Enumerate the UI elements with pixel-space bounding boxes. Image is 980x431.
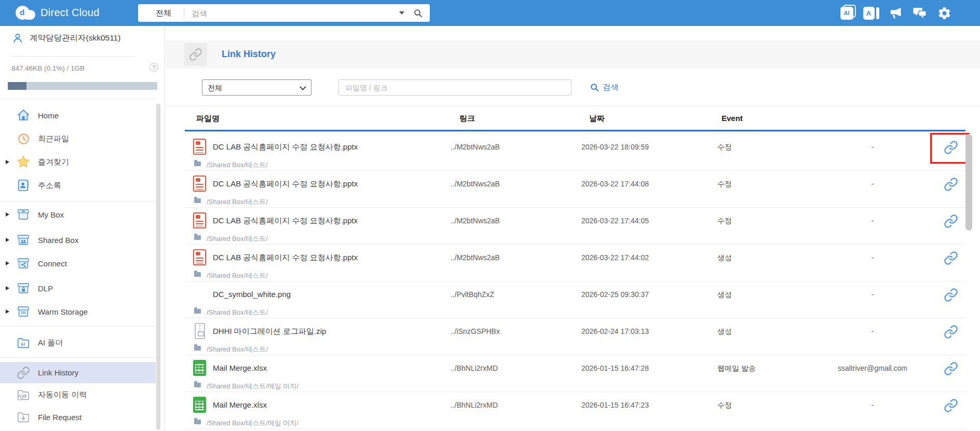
user-profile[interactable]: 계약담당관리자(skk0511) — [11, 32, 120, 44]
file-type-icon — [193, 397, 206, 413]
sidebar-item-label: AI 폴더 — [38, 338, 63, 348]
sidebar-item-ai-folder[interactable]: AI AI 폴더 — [0, 332, 156, 353]
table-scrollbar[interactable] — [965, 134, 972, 231]
link-history-row[interactable]: DHHI 마이그레이션 로그파일.zip ../iSnzGSPHBx 2026-… — [185, 318, 965, 355]
link-history-row[interactable]: DC LAB 공식홈페이지 수정 요청사항.pptx ../M2btNws2aB… — [185, 134, 965, 171]
translate-icon[interactable]: A — [863, 5, 879, 21]
my-box-icon — [16, 207, 31, 222]
help-icon[interactable]: ? — [149, 63, 158, 72]
megaphone-icon[interactable] — [888, 5, 903, 21]
expand-arrow-icon[interactable] — [6, 212, 9, 217]
link-icon[interactable] — [944, 251, 959, 266]
chevron-down-icon[interactable] — [399, 11, 404, 15]
search-button[interactable]: 검색 — [590, 82, 619, 93]
sidebar-item-warm-storage[interactable]: Warm Storage — [0, 301, 156, 322]
home-icon — [16, 107, 31, 123]
cloud-logo-icon: d — [16, 6, 35, 20]
link-icon[interactable] — [944, 177, 959, 193]
sidebar-item-label: 자동이동 이력 — [38, 390, 87, 400]
sidebar-item-label: Home — [38, 111, 59, 120]
link-icon[interactable] — [944, 140, 959, 156]
sidebar-item-link-history[interactable]: Link History — [0, 362, 156, 383]
link-type-select[interactable]: 전체 — [202, 79, 311, 96]
date: 2026-03-22 18:09:59 — [581, 143, 649, 151]
divider — [0, 357, 156, 358]
file-request-folder-icon — [16, 409, 31, 425]
search-icon[interactable] — [414, 9, 423, 18]
email: - — [805, 180, 940, 188]
email: - — [805, 143, 940, 151]
link-history-row[interactable]: DC LAB 공식홈페이지 수정 요청사항.pptx ../M2btNws2aB… — [185, 208, 965, 245]
link-icon[interactable] — [944, 214, 959, 230]
event: 수정 — [717, 217, 732, 226]
settings-gear-icon[interactable] — [936, 5, 952, 21]
email: - — [805, 401, 940, 409]
sidebar-item-connect[interactable]: Connect — [0, 253, 156, 274]
file-name: Mail Merge.xlsx — [213, 363, 267, 372]
filename-link-search-input[interactable] — [338, 79, 571, 96]
dlp-lock-box-icon — [16, 280, 31, 296]
link-history-row[interactable]: Mail Merge.xlsx ../BhNLi2rxMD 2026-01-15… — [185, 355, 965, 392]
chat-icon[interactable] — [912, 5, 928, 21]
folder-icon — [194, 309, 201, 314]
link-icon[interactable] — [944, 288, 959, 303]
expand-arrow-icon[interactable] — [6, 160, 9, 164]
sidebar-item-file-request[interactable]: File Request — [0, 407, 156, 427]
sidebar-item-shared-box[interactable]: Shared Box — [0, 230, 156, 250]
link-icon[interactable] — [944, 398, 959, 414]
expand-arrow-icon[interactable] — [6, 309, 9, 314]
sidebar-item-label: 최근파일 — [38, 134, 69, 144]
link-url: ../M2btNws2aB — [451, 143, 500, 151]
folder-icon — [194, 235, 201, 240]
sidebar-item-home[interactable]: Home — [0, 105, 156, 126]
sidebar-item-label: File Request — [38, 413, 81, 422]
sidebar-item-label: 즐겨찾기 — [38, 157, 69, 167]
sidebar-item-recent-files[interactable]: 최근파일 — [0, 128, 156, 149]
storage-progress-fill — [8, 82, 26, 90]
page-title: Link History — [222, 49, 276, 60]
connect-box-icon — [16, 255, 31, 271]
link-type-select-wrap: 전체 — [202, 79, 311, 96]
event: 생성 — [717, 253, 732, 263]
sidebar-scrollbar[interactable] — [156, 104, 160, 430]
expand-arrow-icon[interactable] — [6, 261, 9, 265]
global-search-input[interactable] — [184, 9, 399, 18]
sidebar-item-auto-move-history[interactable]: 자동이동 이력 — [0, 384, 156, 405]
filter-bar: 전체 검색 — [166, 69, 980, 106]
address-book-icon — [16, 178, 31, 193]
link-history-row[interactable]: DC LAB 공식홈페이지 수정 요청사항.pptx ../M2btNws2aB… — [185, 171, 965, 208]
link-url: ../iSnzGSPHBx — [451, 327, 500, 335]
divider — [11, 56, 135, 57]
directcloud-logo[interactable]: d Direct Cloud — [16, 6, 100, 20]
email: - — [805, 327, 940, 335]
sidebar-item-address-book[interactable]: 주소록 — [0, 175, 156, 196]
search-scope-select[interactable]: 전체 — [138, 8, 184, 18]
logo-text: Direct Cloud — [40, 7, 100, 19]
link-history-row[interactable]: Mail Merge.xlsx ../BhNLi2rxMD 2026-01-15… — [185, 392, 965, 429]
date: 2026-02-25 09:30:37 — [581, 290, 649, 299]
sidebar-item-my-box[interactable]: My Box — [0, 204, 156, 225]
sidebar-item-dlp[interactable]: DLP — [0, 278, 156, 299]
expand-arrow-icon[interactable] — [6, 286, 9, 290]
link-icon[interactable] — [944, 361, 959, 377]
link-history-row[interactable]: DC LAB 공식홈페이지 수정 요청사항.pptx ../M2btNws2aB… — [185, 245, 965, 281]
sidebar-item-label: Shared Box — [38, 236, 78, 245]
file-path: /Shared Box/테스트/ — [207, 197, 268, 207]
date: 2026-01-15 16:47:23 — [581, 401, 649, 409]
table-header: 파일명 링크 날짜 Event — [185, 106, 965, 131]
file-type-icon — [193, 249, 206, 265]
sidebar-item-favorites[interactable]: 즐겨찾기 — [0, 152, 156, 172]
ai-documents-icon[interactable]: AI — [839, 5, 854, 21]
sidebar-item-label: Connect — [38, 259, 67, 268]
user-icon — [11, 32, 24, 44]
file-name: DHHI 마이그레이션 로그파일.zip — [213, 327, 326, 336]
file-name: DC LAB 공식홈페이지 수정 요청사항.pptx — [213, 142, 358, 152]
link-history-row[interactable]: DC_symbol_white.png ../PvltBqhZxZ 2026-0… — [185, 281, 965, 318]
file-path: /Shared Box/테스트/ — [207, 160, 268, 170]
search-button-label: 검색 — [603, 82, 619, 93]
file-name: DC LAB 공식홈페이지 수정 요청사항.pptx — [213, 253, 358, 263]
link-url: ../PvltBqhZxZ — [451, 290, 494, 299]
link-icon[interactable] — [944, 325, 959, 340]
ai-folder-icon: AI — [16, 335, 31, 351]
expand-arrow-icon[interactable] — [6, 238, 9, 242]
